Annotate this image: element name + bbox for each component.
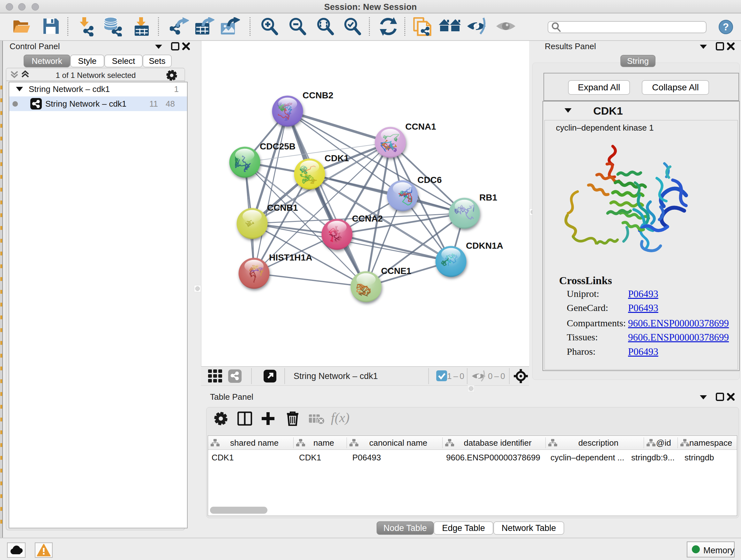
svg-text:CDC6: CDC6 [417, 175, 442, 185]
svg-text:CCNB2: CCNB2 [302, 90, 333, 100]
svg-text:CCNA1: CCNA1 [405, 122, 436, 132]
svg-text:CDC25B: CDC25B [260, 141, 295, 151]
svg-text:CCNE1: CCNE1 [381, 266, 411, 276]
svg-text:HIST1H1A: HIST1H1A [269, 253, 312, 262]
svg-text:CCNA2: CCNA2 [352, 213, 383, 224]
svg-text:RB1: RB1 [479, 192, 497, 202]
svg-text:CDK1: CDK1 [325, 153, 349, 163]
svg-text:CCNB1: CCNB1 [267, 203, 298, 212]
svg-text:CDKN1A: CDKN1A [466, 241, 503, 251]
